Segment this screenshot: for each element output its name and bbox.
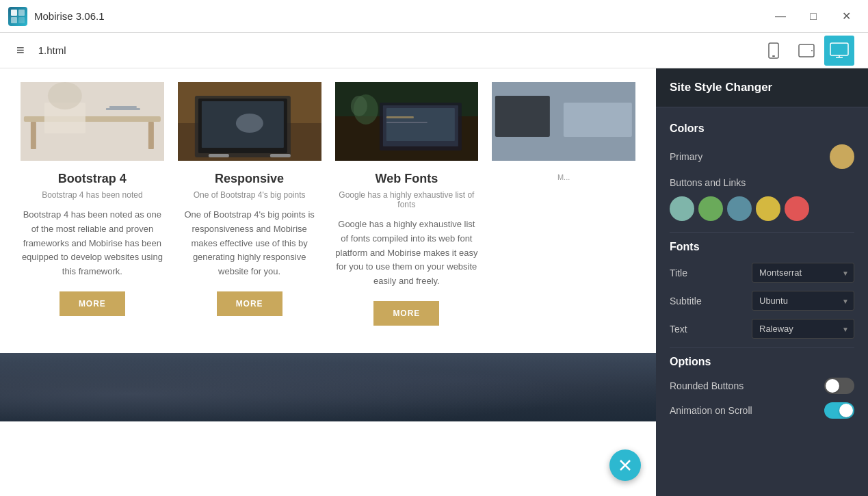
svg-rect-16 (109, 106, 137, 108)
svg-rect-35 (495, 96, 550, 137)
svg-rect-22 (209, 154, 229, 157)
side-panel: Site Style Changer Colors Primary Button… (656, 68, 868, 496)
svg-rect-36 (564, 103, 632, 137)
subtitle-font-dropdown-wrapper: Montserrat Ubuntu Raleway (752, 291, 854, 311)
maximize-button[interactable]: □ (800, 3, 827, 30)
svg-rect-15 (106, 108, 140, 110)
app-title: Mobirise 3.06.1 (34, 10, 105, 22)
color-swatches (670, 196, 854, 221)
bottom-section (0, 353, 656, 421)
card-3-more-button[interactable]: MORE (373, 301, 439, 326)
close-button[interactable]: ✕ (832, 3, 860, 30)
card-2-text: One of Bootstrap 4's big points is respo… (178, 208, 321, 279)
svg-rect-5 (772, 55, 775, 57)
animation-scroll-toggle-thumb (839, 404, 853, 417)
colors-section-title: Colors (670, 122, 854, 135)
filename-label: 1.html (38, 44, 66, 56)
card-3-image (335, 82, 479, 161)
subtitle-font-label: Subtitle (670, 296, 702, 306)
rounded-buttons-label: Rounded Buttons (670, 380, 744, 391)
rounded-buttons-toggle[interactable] (824, 378, 854, 394)
divider-2 (670, 347, 854, 348)
device-buttons (759, 36, 854, 66)
content-area: Bootstrap 4 Bootstrap 4 has been noted B… (0, 68, 656, 496)
svg-rect-3 (18, 17, 25, 23)
primary-label: Primary (670, 151, 702, 162)
subtitle-font-dropdown[interactable]: Montserrat Ubuntu Raleway (752, 291, 854, 311)
titlebar: Mobirise 3.06.1 — □ ✕ (0, 0, 868, 33)
svg-point-14 (48, 82, 82, 109)
main-layout: Bootstrap 4 Bootstrap 4 has been noted B… (0, 68, 868, 496)
card-2-title: Responsive (215, 172, 284, 186)
cards-grid: Bootstrap 4 Bootstrap 4 has been noted B… (21, 82, 635, 326)
rounded-buttons-row: Rounded Buttons (670, 378, 854, 394)
svg-rect-11 (31, 122, 36, 149)
title-font-row: Title Montserrat Ubuntu Raleway Open San… (670, 263, 854, 283)
primary-color-row: Primary (670, 144, 854, 169)
svg-rect-1 (18, 10, 25, 16)
card-1-title: Bootstrap 4 (58, 172, 127, 186)
swatch-4[interactable] (756, 196, 780, 221)
svg-rect-33 (386, 122, 427, 123)
fab-button[interactable] (609, 449, 641, 481)
card-3-subtitle: Google has a highly exhaustive list of f… (335, 190, 479, 209)
card-2: Responsive One of Bootstrap 4's big poin… (178, 82, 321, 326)
animation-scroll-row: Animation on Scroll (670, 402, 854, 419)
svg-rect-12 (148, 122, 154, 149)
side-panel-title: Site Style Changer (670, 81, 772, 94)
svg-rect-7 (811, 50, 813, 51)
svg-rect-8 (830, 43, 848, 55)
swatch-5[interactable] (785, 196, 809, 221)
menu-icon[interactable]: ≡ (14, 40, 27, 61)
text-font-dropdown-wrapper: Montserrat Ubuntu Raleway (752, 319, 854, 339)
cloud-overlay (0, 353, 656, 421)
rounded-buttons-toggle-thumb (826, 379, 839, 393)
card-1-more-button[interactable]: MORE (60, 291, 125, 316)
subtitle-font-row: Subtitle Montserrat Ubuntu Raleway (670, 291, 854, 311)
svg-rect-32 (386, 116, 413, 118)
side-panel-body: Colors Primary Buttons and Links Fonts T… (656, 107, 868, 439)
toolbar: ≡ 1.html (0, 33, 868, 68)
options-section-title: Options (670, 356, 854, 368)
text-font-dropdown[interactable]: Montserrat Ubuntu Raleway (752, 319, 854, 339)
window-controls: — □ ✕ (767, 3, 860, 30)
title-font-dropdown-wrapper: Montserrat Ubuntu Raleway Open Sans (752, 263, 854, 283)
cards-section: Bootstrap 4 Bootstrap 4 has been noted B… (0, 68, 656, 353)
desktop-view-button[interactable] (824, 36, 854, 66)
svg-rect-29 (386, 108, 454, 141)
card-2-more-button[interactable]: MORE (217, 291, 282, 316)
card-2-image (178, 82, 321, 161)
titlebar-left: Mobirise 3.06.1 (8, 7, 105, 26)
tablet-view-button[interactable] (791, 36, 821, 66)
app-logo (8, 7, 27, 26)
swatch-2[interactable] (698, 196, 723, 221)
svg-point-24 (236, 114, 263, 133)
svg-rect-0 (11, 10, 17, 16)
primary-color-swatch[interactable] (830, 144, 854, 169)
card-1-text: Bootstrap 4 has been noted as one of the… (21, 208, 164, 279)
text-font-row: Text Montserrat Ubuntu Raleway (670, 319, 854, 339)
card-3: Web Fonts Google has a highly exhaustive… (335, 82, 479, 326)
text-font-label: Text (670, 324, 687, 335)
card-4: M... (492, 82, 635, 326)
svg-point-31 (350, 96, 367, 116)
svg-rect-2 (11, 17, 17, 23)
side-panel-header: Site Style Changer (656, 68, 868, 107)
buttons-links-label: Buttons and Links (670, 177, 746, 188)
fonts-section-title: Fonts (670, 241, 854, 253)
svg-rect-23 (270, 154, 291, 157)
card-4-image (492, 82, 635, 161)
minimize-button[interactable]: — (767, 3, 794, 30)
animation-scroll-toggle[interactable] (824, 402, 854, 419)
title-font-dropdown[interactable]: Montserrat Ubuntu Raleway Open Sans (752, 263, 854, 283)
card-1-subtitle: Bootstrap 4 has been noted (42, 190, 142, 200)
animation-scroll-label: Animation on Scroll (670, 405, 752, 416)
swatch-1[interactable] (670, 196, 694, 221)
mobile-view-button[interactable] (759, 36, 789, 66)
swatch-3[interactable] (727, 196, 752, 221)
card-1: Bootstrap 4 Bootstrap 4 has been noted B… (21, 82, 164, 326)
card-3-title: Web Fonts (376, 172, 438, 186)
title-font-label: Title (670, 267, 687, 278)
card-2-subtitle: One of Bootstrap 4's big points (194, 190, 306, 200)
card-3-text: Google has a highly exhaustive list of f… (335, 218, 479, 289)
